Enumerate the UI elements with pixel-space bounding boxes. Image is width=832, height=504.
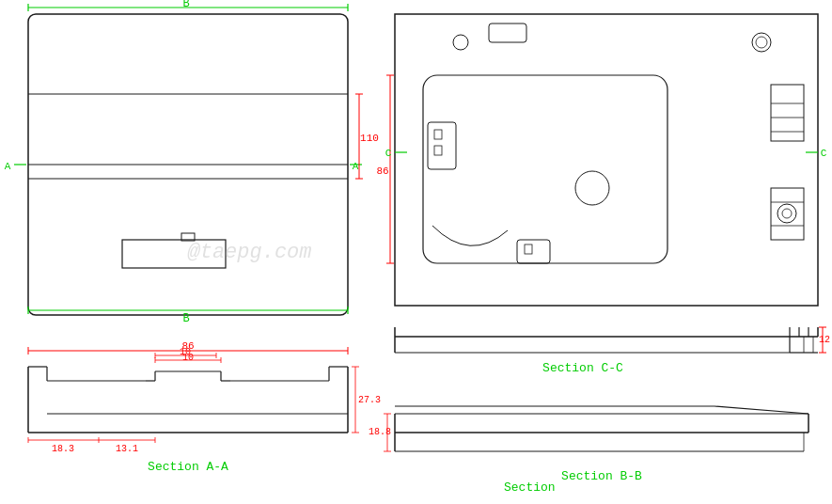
svg-rect-34 <box>771 85 804 141</box>
svg-rect-38 <box>771 188 804 240</box>
svg-rect-32 <box>517 240 550 263</box>
svg-text:B: B <box>182 0 189 10</box>
svg-point-40 <box>782 209 792 218</box>
svg-text:86: 86 <box>376 165 388 177</box>
svg-point-31 <box>575 171 609 205</box>
section-cc-label: Section C-C <box>542 361 623 375</box>
section-bb-label: Section B-B <box>561 469 642 483</box>
svg-point-24 <box>453 35 468 50</box>
section-aa-label: Section A-A <box>148 460 228 474</box>
svg-text:10: 10 <box>182 353 194 363</box>
svg-point-25 <box>752 33 771 52</box>
svg-rect-4 <box>122 240 226 268</box>
svg-rect-23 <box>489 24 526 42</box>
svg-text:12.5: 12.5 <box>819 335 832 345</box>
section-label-detected: Section <box>504 480 556 495</box>
svg-text:B: B <box>182 312 189 325</box>
svg-text:110: 110 <box>360 133 379 144</box>
svg-text:18.3: 18.3 <box>52 444 74 454</box>
svg-text:A: A <box>353 161 359 172</box>
svg-text:A: A <box>5 161 11 172</box>
svg-text:C: C <box>385 148 392 159</box>
svg-rect-30 <box>434 146 442 155</box>
technical-drawing: B B A A 110 <box>0 0 832 504</box>
svg-rect-22 <box>395 14 818 306</box>
svg-point-26 <box>756 37 767 48</box>
svg-text:13.1: 13.1 <box>116 444 138 454</box>
svg-text:18.8: 18.8 <box>369 427 391 437</box>
svg-rect-33 <box>525 244 532 254</box>
drawing-canvas: B B A A 110 <box>0 0 832 504</box>
svg-text:C: C <box>821 148 827 159</box>
svg-point-39 <box>777 204 796 223</box>
svg-rect-29 <box>434 130 442 139</box>
svg-line-108 <box>714 406 808 414</box>
svg-rect-27 <box>423 75 667 263</box>
svg-text:27.3: 27.3 <box>358 395 381 405</box>
